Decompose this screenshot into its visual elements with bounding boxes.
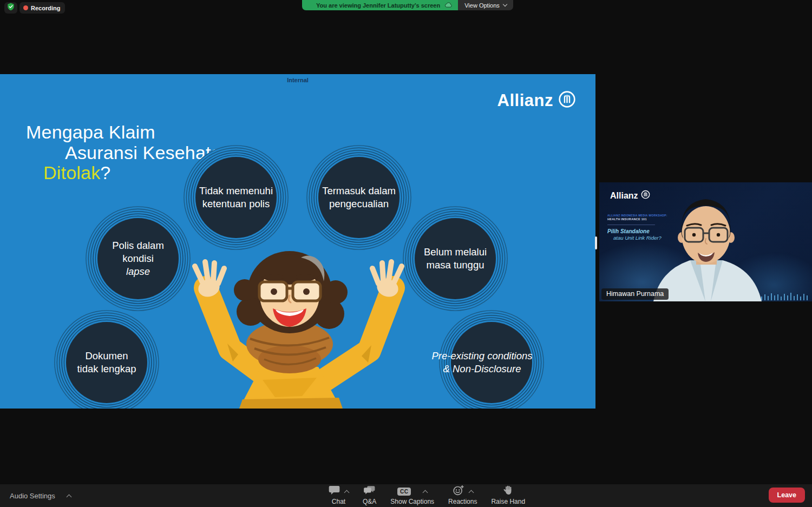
allianz-logo-video: Allianz [610,190,650,201]
security-button[interactable] [4,2,17,14]
audio-settings-button[interactable]: Audio Settings [10,484,71,507]
skyline-bars-graphic [760,292,809,300]
chevron-up-icon[interactable] [423,490,428,495]
cartoon-woman-illustration [179,238,417,409]
chevron-up-icon[interactable] [468,490,474,495]
raise-hand-button[interactable]: Raise Hand [491,484,525,507]
audio-settings-label: Audio Settings [10,492,55,500]
chevron-up-icon[interactable] [344,490,350,495]
qa-bubbles-icon [363,485,376,498]
view-options-button[interactable]: View Options [458,0,513,10]
panel-drag-handle[interactable] [595,236,597,249]
share-banner-text: You are viewing Jennifer Latuputty's scr… [316,2,440,9]
participant-name-tag: Himawan Purnama [601,288,669,300]
allianz-circle-icon [641,190,650,201]
slide-title-line3: Ditolak? [43,162,110,183]
chevron-up-icon [66,494,71,499]
bubble-polis-lapse: Polis dalamkondisi lapse [97,218,179,299]
meeting-toolbar: Audio Settings Chat [0,484,812,507]
internal-watermark: Internal [0,77,595,83]
view-options-label: View Options [464,2,500,9]
recording-indicator: Recording [19,2,65,14]
bubble-dokumen: Dokumentidak lengkap [66,322,147,403]
cc-icon: CC [397,488,411,496]
chat-bubble-icon [329,485,340,497]
bubble-pengecualian: Termasuk dalampengecualian [318,157,400,238]
zoom-meeting-window: Recording You are viewing Jennifer Latup… [0,0,812,507]
share-banner-text-area: You are viewing Jennifer Latuputty's scr… [302,0,458,10]
smiley-plus-icon [453,485,464,498]
cloud-icon [444,2,453,9]
allianz-circle-icon [558,90,576,110]
participant-video-tile[interactable]: ALLIANZ INDONESIA MEDIA WORKSHOP: HEALTH… [599,182,812,301]
chat-button[interactable]: Chat [329,484,349,507]
raised-hand-icon [503,485,514,498]
show-captions-button[interactable]: CC Show Captions [390,484,434,507]
reactions-button[interactable]: Reactions [448,484,477,507]
slide-title-line1: Mengapa Klaim [26,122,155,142]
top-bar: Recording You are viewing Jennifer Latup… [0,0,812,14]
recording-dot-icon [23,5,28,10]
shield-check-icon [7,3,15,13]
allianz-logo: Allianz [497,90,576,110]
toolbar-center-group: Chat Q&A CC Show Ca [329,484,525,507]
allianz-logo-text: Allianz [497,91,553,110]
chevron-down-icon [503,2,507,6]
recording-label: Recording [31,5,60,11]
leave-button[interactable]: Leave [769,488,805,503]
qa-button[interactable]: Q&A [363,484,376,507]
bubble-masa-tunggu: Belum melaluimasa tunggu [415,218,496,299]
shared-screen-slide: Internal Mengapa Klaim Asuransi Kesehata… [0,74,595,409]
bubble-ketentuan-polis: Tidak memenuhiketentuan polis [195,157,277,238]
bubble-pre-existing: Pre-existing conditions& Non-Disclosure [451,322,532,403]
screen-share-banner: You are viewing Jennifer Latuputty's scr… [302,0,513,10]
slide-title-line2: Asuransi Kesehatan [65,142,232,163]
